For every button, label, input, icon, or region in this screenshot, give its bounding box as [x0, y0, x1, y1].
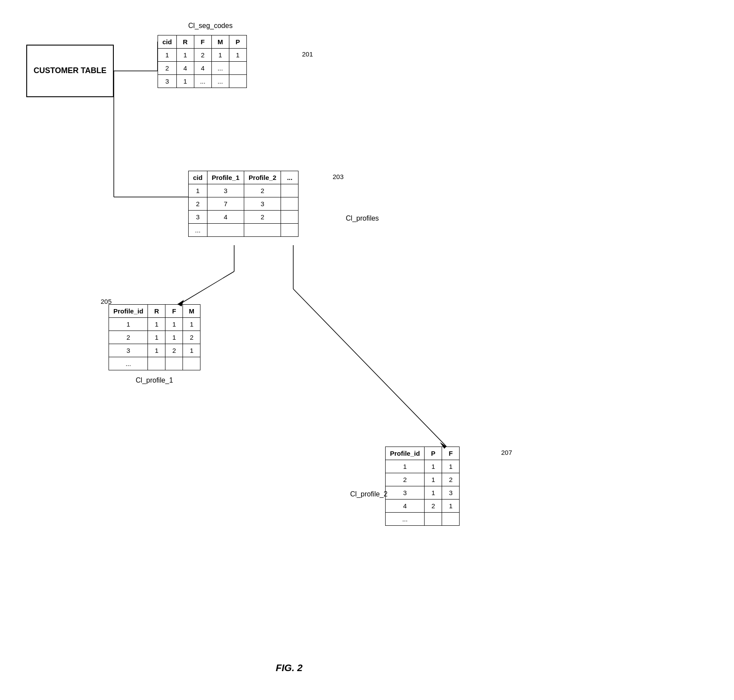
- table-201: cid R F M P 1 1 2 1 1 2 4 4 ...: [158, 35, 247, 88]
- table-203-col-p1: Profile_1: [207, 171, 244, 184]
- table-row: 3 1 2 1: [109, 344, 200, 357]
- table-205-col-f: F: [165, 305, 183, 318]
- table-row: 4 2 1: [386, 499, 460, 513]
- table-207-label: Cl_profile_2: [350, 490, 387, 498]
- table-201-col-m: M: [211, 35, 229, 49]
- table-row: 1 1 2 1 1: [158, 49, 247, 62]
- figure-caption: FIG. 2: [276, 662, 302, 674]
- table-207-col-pid: Profile_id: [386, 447, 425, 460]
- customer-table-label: CUSTOMER TABLE: [34, 66, 106, 76]
- table-row: 2 1 2: [386, 473, 460, 486]
- table-205-col-pid: Profile_id: [109, 305, 148, 318]
- ref-203: 203: [333, 173, 344, 180]
- table-row: 3 1 ... ...: [158, 75, 247, 88]
- table-row: 2 7 3: [189, 197, 299, 211]
- table-205-col-r: R: [148, 305, 165, 318]
- table-201-label-top: Cl_seg_codes: [188, 22, 232, 30]
- table-205-label: Cl_profile_1: [136, 376, 173, 384]
- table-row: 2 1 1 2: [109, 331, 200, 344]
- table-row: 3 4 2: [189, 211, 299, 224]
- table-row: ...: [189, 224, 299, 237]
- table-203-col-cid: cid: [189, 171, 207, 184]
- table-row: ...: [109, 357, 200, 370]
- table-207-col-f: F: [442, 447, 460, 460]
- table-203-label: Cl_profiles: [346, 215, 379, 222]
- table-row: 1 1 1: [386, 460, 460, 473]
- table-row: 3 1 3: [386, 486, 460, 499]
- customer-table-box: CUSTOMER TABLE: [26, 45, 114, 97]
- table-201-col-f: F: [194, 35, 211, 49]
- table-201-col-r: R: [176, 35, 194, 49]
- table-row: 1 1 1 1: [109, 318, 200, 331]
- table-205-col-m: M: [183, 305, 200, 318]
- table-row: 1 3 2: [189, 184, 299, 197]
- table-207: Profile_id P F 1 1 1 2 1 2 3 1 3 4: [385, 447, 460, 526]
- table-203-col-p2: Profile_2: [244, 171, 281, 184]
- table-201-col-p: P: [229, 35, 246, 49]
- table-207-col-p: P: [425, 447, 442, 460]
- svg-line-8: [293, 289, 446, 447]
- table-201-col-cid: cid: [158, 35, 177, 49]
- table-203-col-dots: ...: [281, 171, 299, 184]
- ref-201: 201: [302, 50, 313, 58]
- diagram-container: CUSTOMER TABLE Cl_seg_codes cid R F M P …: [0, 0, 734, 700]
- svg-line-5: [179, 271, 234, 304]
- table-row: ...: [386, 513, 460, 526]
- table-row: 2 4 4 ...: [158, 62, 247, 75]
- ref-207: 207: [501, 449, 512, 456]
- table-203: cid Profile_1 Profile_2 ... 1 3 2 2 7 3 …: [188, 171, 299, 237]
- table-205: Profile_id R F M 1 1 1 1 2 1 1 2 3 1: [109, 304, 200, 370]
